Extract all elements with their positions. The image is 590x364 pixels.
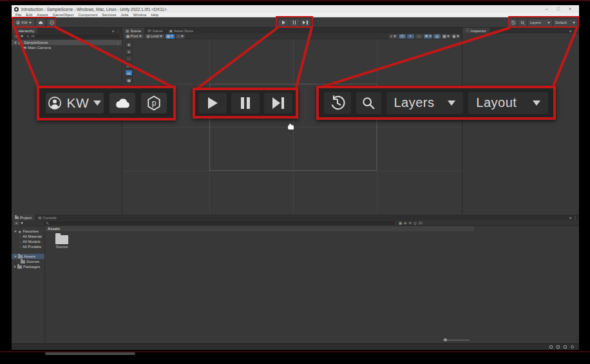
cloud-button-large[interactable] xyxy=(109,93,135,113)
status-console-icon[interactable] xyxy=(557,345,560,349)
view-tool-button[interactable]: ✥ xyxy=(125,41,133,48)
minimize-button[interactable]: – xyxy=(546,5,548,13)
tree-all-material[interactable]: ○ All Material xyxy=(12,234,44,239)
tree-assets[interactable]: Assets xyxy=(12,254,44,259)
menu-services[interactable]: Services xyxy=(102,13,116,17)
hand-cursor xyxy=(288,125,294,129)
plastic-scm-button-large[interactable]: p xyxy=(141,93,167,113)
search-everywhere-button-large[interactable] xyxy=(356,92,381,114)
folder-icon xyxy=(17,265,22,269)
hierarchy-item-main-camera[interactable]: Main Camera xyxy=(12,45,122,50)
project-panel: Project ▤ Console a ⋮ + ▣ xyxy=(12,215,579,343)
undo-history-button-large[interactable] xyxy=(324,92,351,114)
gizmos-dropdown[interactable]: ◉ xyxy=(452,34,460,39)
folder-icon xyxy=(18,255,23,258)
play-button-large[interactable] xyxy=(198,93,227,113)
rotate-tool-button[interactable]: ◌ xyxy=(125,55,133,62)
kebab-menu-icon[interactable]: ⋮ xyxy=(573,215,577,220)
tab-asset-store[interactable]: ▣ Asset Store xyxy=(166,28,196,34)
search-by-label-icon[interactable]: ◈ xyxy=(404,221,406,225)
scene-viewport[interactable]: ✥ ✛ ◌ ⤢ ▭ ▦ xyxy=(122,39,462,215)
thumbnail-size-slider[interactable] xyxy=(442,340,470,341)
status-bar xyxy=(12,343,579,350)
tab-inspector[interactable]: ⓘ Inspector xyxy=(462,28,490,34)
lighting-toggle[interactable]: ☀ xyxy=(407,34,414,39)
tree-all-prefabs[interactable]: ○ All Prefabs xyxy=(12,244,44,249)
foldout-icon[interactable] xyxy=(14,42,17,44)
lock-icon[interactable]: a xyxy=(112,29,114,33)
create-object-button[interactable]: + xyxy=(14,34,19,39)
effects-dropdown[interactable]: ✱ xyxy=(424,34,432,39)
svg-text:p: p xyxy=(152,99,157,108)
layers-label-large: Layers xyxy=(394,95,435,110)
move-tool-button[interactable]: ✛ xyxy=(125,48,133,55)
inspector-body xyxy=(462,34,579,215)
status-warning-icon[interactable] xyxy=(564,345,567,349)
camera-icon xyxy=(22,46,26,50)
transform-tool-button[interactable]: ▦ xyxy=(125,77,133,83)
handle-rotation-dropdown[interactable]: ◍ Local xyxy=(145,34,164,39)
tree-all-models[interactable]: ○ All Models xyxy=(12,239,44,244)
2d-toggle[interactable]: 2D xyxy=(399,34,406,39)
callout-playbar xyxy=(193,88,298,119)
rect-tool-button[interactable]: ▭ xyxy=(125,70,133,76)
draw-mode-dropdown[interactable]: ◐ xyxy=(389,34,397,39)
project-search-input[interactable] xyxy=(44,221,395,225)
tab-game[interactable]: 🎮︎ Game xyxy=(144,28,166,34)
hierarchy-search-input[interactable]: All xyxy=(24,34,120,38)
play-icon xyxy=(208,97,218,109)
tab-scene[interactable]: ▦ Scene xyxy=(122,28,144,34)
menu-component[interactable]: Component xyxy=(78,13,97,17)
status-cache-icon[interactable] xyxy=(549,345,553,349)
lightbulb-icon: ☀ xyxy=(409,34,412,38)
create-asset-button[interactable]: + xyxy=(14,221,19,225)
search-icon: ○ xyxy=(19,245,21,249)
tab-console[interactable]: ▤ Console xyxy=(35,215,60,220)
snap-increment-toggle[interactable]: ∩ xyxy=(176,34,185,39)
titlebar: Introduction - SampleScene - Windows, Ma… xyxy=(12,5,579,13)
cloud-icon xyxy=(114,97,131,109)
camera-settings-button[interactable]: ▤ xyxy=(433,34,441,39)
menu-window[interactable]: Window xyxy=(133,13,147,17)
star-icon: ★ xyxy=(18,229,21,234)
grid-snap-toggle[interactable]: ▦ xyxy=(166,34,175,39)
tree-favorites[interactable]: ★ Favorites xyxy=(12,229,44,234)
tree-packages[interactable]: Packages xyxy=(12,264,44,269)
tree-scenes[interactable]: Scenes xyxy=(12,259,44,264)
layout-dropdown-large[interactable]: Layout xyxy=(468,92,548,114)
tab-project[interactable]: Project xyxy=(12,215,35,220)
audio-toggle[interactable]: ♪ xyxy=(415,34,423,39)
history-icon xyxy=(330,95,345,111)
layers-dropdown-large[interactable]: Layers xyxy=(386,92,464,114)
step-button-large[interactable] xyxy=(264,93,292,113)
asset-scenes-folder[interactable]: Scenes xyxy=(53,235,71,249)
shaded-icon: ◐ xyxy=(390,34,392,38)
grid-visibility-dropdown[interactable]: ▦ xyxy=(442,34,450,39)
lock-icon[interactable]: a xyxy=(569,29,571,33)
menu-help[interactable]: Help xyxy=(151,13,158,17)
close-button[interactable]: × xyxy=(569,5,571,13)
search-by-type-icon[interactable]: ▣ xyxy=(399,221,402,225)
kebab-menu-icon[interactable]: ⋮ xyxy=(116,28,120,33)
status-progress-icon[interactable] xyxy=(571,345,574,349)
folder-icon xyxy=(21,260,25,263)
kebab-menu-icon[interactable]: ⋮ xyxy=(573,28,577,33)
lock-icon[interactable]: a xyxy=(569,216,571,220)
scale-tool-button[interactable]: ⤢ xyxy=(125,62,133,69)
asset-store-tab-icon: ▣ xyxy=(169,29,173,33)
horizontal-scrollbar[interactable] xyxy=(45,352,135,355)
pause-button-large[interactable] xyxy=(231,93,260,113)
magnet-icon: ∩ xyxy=(177,34,180,38)
pause-icon xyxy=(241,97,250,109)
tab-hierarchy[interactable]: ≡ Hierarchy xyxy=(12,28,37,34)
scene-tab-icon: ▦ xyxy=(126,29,129,33)
account-dropdown-large[interactable]: KW xyxy=(46,93,104,113)
kebab-menu-icon[interactable]: ⋮ xyxy=(116,41,122,45)
hidden-packages-icon[interactable]: ◎ xyxy=(414,221,417,225)
chevron-down-icon xyxy=(533,101,540,106)
menu-jobs[interactable]: Jobs xyxy=(121,13,129,17)
maximize-button[interactable]: □ xyxy=(557,5,560,13)
pivot-dropdown[interactable]: ▦ Pivot xyxy=(124,34,144,39)
favorite-search-icon[interactable]: ★ xyxy=(408,221,412,225)
hierarchy-scene-row[interactable]: SampleScene ⋮ xyxy=(12,40,122,45)
